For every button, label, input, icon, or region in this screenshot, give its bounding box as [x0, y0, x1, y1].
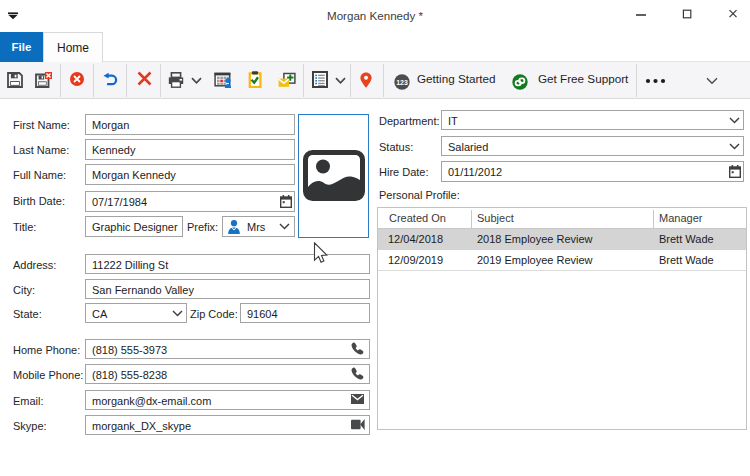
svg-text:123: 123	[396, 79, 408, 86]
